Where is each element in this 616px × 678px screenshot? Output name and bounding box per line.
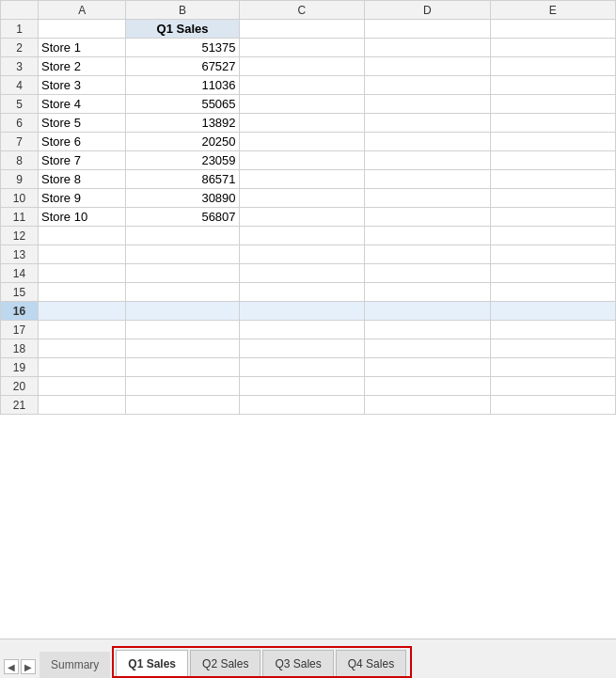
tab-nav-prev[interactable]: ◀ [4,659,19,674]
cell-b16[interactable] [126,302,239,321]
cell-b13[interactable] [126,245,239,264]
cell-d19[interactable] [365,358,490,377]
cell-c16[interactable] [239,302,364,321]
row-header-12[interactable]: 12 [1,227,39,245]
row-header-16[interactable]: 16 [1,302,39,321]
cell-e21[interactable] [490,396,616,415]
tab-q3-sales[interactable]: Q3 Sales [262,650,333,676]
cell-a2[interactable]: Store 1 [39,39,126,57]
cell-d11[interactable] [365,208,490,227]
cell-c12[interactable] [239,227,364,245]
cell-b9[interactable]: 86571 [126,170,239,189]
cell-a4[interactable]: Store 3 [39,76,126,95]
cell-b12[interactable] [126,227,239,245]
tab-q4-sales[interactable]: Q4 Sales [336,650,406,676]
cell-a16[interactable] [39,302,126,321]
cell-e19[interactable] [490,358,616,377]
cell-a21[interactable] [39,396,126,415]
cell-b5[interactable]: 55065 [126,95,239,114]
cell-c14[interactable] [239,264,364,283]
row-header-11[interactable]: 11 [1,208,39,227]
row-header-2[interactable]: 2 [1,39,39,57]
row-header-17[interactable]: 17 [1,321,39,339]
col-header-b[interactable]: B [126,1,239,20]
cell-b15[interactable] [126,283,239,302]
row-header-1[interactable]: 1 [1,20,39,39]
cell-c6[interactable] [239,114,364,133]
row-header-18[interactable]: 18 [1,339,39,358]
cell-d1[interactable] [365,20,490,39]
cell-d16[interactable] [365,302,490,321]
col-header-c[interactable]: C [239,1,364,20]
row-header-4[interactable]: 4 [1,76,39,95]
cell-d3[interactable] [365,57,490,76]
cell-b8[interactable]: 23059 [126,151,239,170]
cell-d5[interactable] [365,95,490,114]
cell-c13[interactable] [239,245,364,264]
cell-e11[interactable] [490,208,616,227]
cell-c7[interactable] [239,133,364,151]
cell-a10[interactable]: Store 9 [39,189,126,208]
col-header-d[interactable]: D [365,1,490,20]
cell-c17[interactable] [239,321,364,339]
cell-a18[interactable] [39,339,126,358]
cell-b3[interactable]: 67527 [126,57,239,76]
cell-a17[interactable] [39,321,126,339]
cell-c5[interactable] [239,95,364,114]
cell-a9[interactable]: Store 8 [39,170,126,189]
tab-summary[interactable]: Summary [39,652,110,678]
cell-d18[interactable] [365,339,490,358]
cell-c20[interactable] [239,377,364,396]
cell-d8[interactable] [365,151,490,170]
cell-e12[interactable] [490,227,616,245]
cell-c1[interactable] [239,20,364,39]
row-header-19[interactable]: 19 [1,358,39,377]
row-header-8[interactable]: 8 [1,151,39,170]
cell-c3[interactable] [239,57,364,76]
row-header-20[interactable]: 20 [1,377,39,396]
cell-e4[interactable] [490,76,616,95]
cell-a14[interactable] [39,264,126,283]
row-header-7[interactable]: 7 [1,133,39,151]
cell-c15[interactable] [239,283,364,302]
col-header-e[interactable]: E [490,1,616,20]
cell-b20[interactable] [126,377,239,396]
cell-a1[interactable] [39,20,126,39]
row-header-13[interactable]: 13 [1,245,39,264]
row-header-9[interactable]: 9 [1,170,39,189]
cell-d17[interactable] [365,321,490,339]
cell-a13[interactable] [39,245,126,264]
row-header-5[interactable]: 5 [1,95,39,114]
cell-e1[interactable] [490,20,616,39]
cell-b19[interactable] [126,358,239,377]
cell-e2[interactable] [490,39,616,57]
cell-d20[interactable] [365,377,490,396]
cell-d7[interactable] [365,133,490,151]
tab-q1-sales[interactable]: Q1 Sales [116,650,188,676]
cell-e7[interactable] [490,133,616,151]
cell-b1[interactable]: Q1 Sales [126,20,239,39]
cell-b11[interactable]: 56807 [126,208,239,227]
cell-d21[interactable] [365,396,490,415]
cell-e16[interactable] [490,302,616,321]
cell-a12[interactable] [39,227,126,245]
cell-a7[interactable]: Store 6 [39,133,126,151]
cell-b7[interactable]: 20250 [126,133,239,151]
cell-b17[interactable] [126,321,239,339]
row-header-3[interactable]: 3 [1,57,39,76]
cell-e18[interactable] [490,339,616,358]
cell-d13[interactable] [365,245,490,264]
cell-b2[interactable]: 51375 [126,39,239,57]
cell-b4[interactable]: 11036 [126,76,239,95]
cell-b21[interactable] [126,396,239,415]
cell-e20[interactable] [490,377,616,396]
cell-e6[interactable] [490,114,616,133]
cell-b6[interactable]: 13892 [126,114,239,133]
cell-c4[interactable] [239,76,364,95]
cell-d12[interactable] [365,227,490,245]
row-header-21[interactable]: 21 [1,396,39,415]
cell-a3[interactable]: Store 2 [39,57,126,76]
cell-e9[interactable] [490,170,616,189]
cell-d2[interactable] [365,39,490,57]
cell-a5[interactable]: Store 4 [39,95,126,114]
